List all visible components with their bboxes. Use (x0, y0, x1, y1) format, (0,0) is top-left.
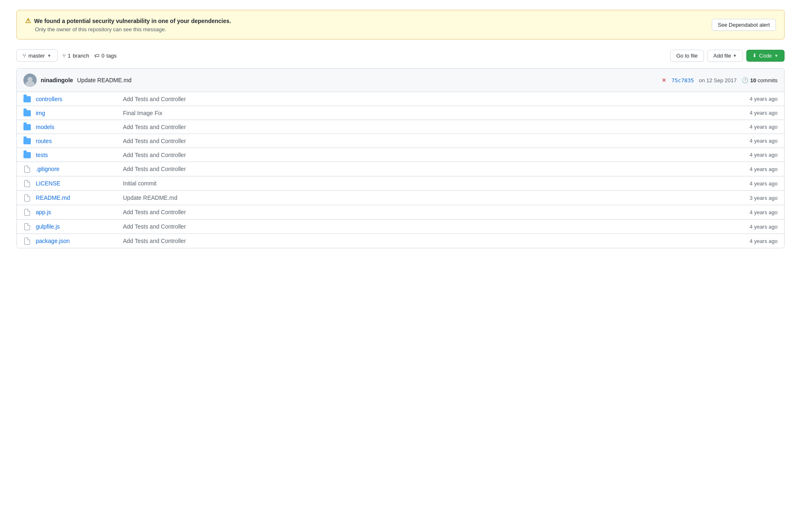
download-icon: ⬇ (752, 53, 757, 58)
file-age: 4 years ago (736, 138, 778, 144)
commit-hash-link[interactable]: 75c7835 (671, 77, 694, 83)
file-age: 4 years ago (736, 152, 778, 158)
file-commit-message: Add Tests and Controller (123, 96, 732, 102)
branch-count-link[interactable]: ⑂ 1 branch (63, 53, 89, 59)
security-title-text: We found a potential security vulnerabil… (34, 18, 231, 24)
file-commit-message: Add Tests and Controller (123, 209, 732, 215)
file-commit-message: Add Tests and Controller (123, 124, 732, 130)
file-commit-message-link[interactable]: Add Tests and Controller (123, 124, 186, 130)
add-file-button[interactable]: Add file ▼ (707, 50, 743, 62)
file-age: 3 years ago (736, 195, 778, 201)
add-file-chevron-icon: ▼ (733, 53, 737, 58)
file-commit-message: Final Image Fix (123, 110, 732, 116)
table-row: routesAdd Tests and Controller4 years ag… (17, 134, 784, 148)
table-row: .gitignoreAdd Tests and Controller4 year… (17, 162, 784, 176)
code-button[interactable]: ⬇ Code ▼ (746, 50, 785, 62)
branch-git-icon: ⑂ (23, 52, 26, 59)
file-commit-message-link[interactable]: Add Tests and Controller (123, 223, 186, 230)
file-age: 4 years ago (736, 180, 778, 187)
branch-word: branch (73, 53, 89, 59)
commit-count: 🕐 10 commits (742, 77, 778, 83)
commit-status-icon: ✕ (662, 77, 667, 83)
file-commit-message: Add Tests and Controller (123, 152, 732, 158)
file-name-link[interactable]: app.js (36, 209, 118, 215)
file-name-link[interactable]: gulpfile.js (36, 223, 118, 230)
table-row: modelsAdd Tests and Controller4 years ag… (17, 120, 784, 134)
security-banner-title: ⚠ We found a potential security vulnerab… (25, 17, 231, 25)
file-icon (23, 180, 31, 187)
file-age: 4 years ago (736, 166, 778, 172)
table-row: README.mdUpdate README.md3 years ago (17, 191, 784, 205)
folder-icon (23, 123, 31, 130)
file-commit-message: Add Tests and Controller (123, 223, 732, 230)
commit-count-link[interactable]: 10 commits (750, 77, 778, 83)
file-age: 4 years ago (736, 96, 778, 102)
commit-author-link[interactable]: ninadingole (41, 77, 73, 83)
file-age: 4 years ago (736, 124, 778, 130)
file-commit-message-link[interactable]: Add Tests and Controller (123, 96, 186, 102)
chevron-down-icon: ▼ (47, 53, 51, 58)
file-commit-message-link[interactable]: Add Tests and Controller (123, 166, 186, 172)
file-commit-message-link[interactable]: Add Tests and Controller (123, 138, 186, 144)
table-row: testsAdd Tests and Controller4 years ago (17, 148, 784, 162)
security-banner: ⚠ We found a potential security vulnerab… (16, 10, 785, 39)
goto-file-button[interactable]: Go to file (670, 50, 704, 62)
security-banner-subtitle: Only the owner of this repository can se… (35, 26, 231, 32)
code-label: Code (759, 53, 772, 59)
tag-count: 0 (102, 53, 104, 59)
branch-label: master (28, 53, 45, 59)
file-age: 4 years ago (736, 209, 778, 215)
folder-icon (23, 109, 31, 116)
file-name-link[interactable]: models (36, 124, 118, 130)
file-commit-message: Add Tests and Controller (123, 238, 732, 244)
file-commit-message-link[interactable]: Update README.md (123, 194, 177, 201)
commit-date: on 12 Sep 2017 (699, 77, 737, 83)
file-age: 4 years ago (736, 224, 778, 230)
add-file-label: Add file (713, 53, 731, 59)
commits-number: 10 (750, 77, 756, 83)
dependabot-button[interactable]: See Dependabot alert (712, 19, 776, 31)
branch-git-icon-small: ⑂ (63, 53, 66, 59)
folder-icon (23, 137, 31, 144)
file-icon (23, 165, 31, 173)
file-commit-message-link[interactable]: Add Tests and Controller (123, 209, 186, 215)
file-table: ninadingole Update README.md ✕ 75c7835 o… (16, 68, 785, 248)
branch-selector-button[interactable]: ⑂ master ▼ (16, 49, 58, 62)
file-commit-message: Initial commit (123, 180, 732, 187)
table-row: package.jsonAdd Tests and Controller4 ye… (17, 234, 784, 248)
file-age: 4 years ago (736, 238, 778, 244)
warning-icon: ⚠ (25, 17, 31, 25)
file-commit-message-link[interactable]: Add Tests and Controller (123, 152, 186, 158)
folder-icon (23, 95, 31, 102)
file-name-link[interactable]: routes (36, 138, 118, 144)
commits-word: commits (758, 77, 778, 83)
file-name-link[interactable]: LICENSE (36, 180, 118, 187)
file-commit-message: Update README.md (123, 194, 732, 201)
file-commit-message-link[interactable]: Initial commit (123, 180, 157, 187)
file-age: 4 years ago (736, 110, 778, 116)
table-row: imgFinal Image Fix4 years ago (17, 106, 784, 120)
code-chevron-icon: ▼ (774, 53, 778, 58)
table-row: controllersAdd Tests and Controller4 yea… (17, 92, 784, 106)
file-name-link[interactable]: package.json (36, 238, 118, 244)
toolbar-right: Go to file Add file ▼ ⬇ Code ▼ (670, 50, 785, 62)
toolbar: ⑂ master ▼ ⑂ 1 branch 🏷 0 tags Go to fil… (16, 49, 785, 62)
table-row: LICENSEInitial commit4 years ago (17, 176, 784, 191)
file-icon (23, 208, 31, 216)
tag-count-link[interactable]: 🏷 0 tags (94, 53, 117, 59)
file-commit-message-link[interactable]: Add Tests and Controller (123, 238, 186, 244)
table-row: gulpfile.jsAdd Tests and Controller4 yea… (17, 220, 784, 234)
folder-icon (23, 151, 31, 158)
commit-row-right: ✕ 75c7835 on 12 Sep 2017 🕐 10 commits (662, 77, 778, 83)
security-banner-content: ⚠ We found a potential security vulnerab… (25, 17, 231, 32)
commit-header-row: ninadingole Update README.md ✕ 75c7835 o… (17, 69, 784, 92)
file-name-link[interactable]: controllers (36, 96, 118, 102)
file-name-link[interactable]: README.md (36, 194, 118, 201)
commit-message-link[interactable]: Update README.md (77, 77, 132, 83)
file-name-link[interactable]: tests (36, 152, 118, 158)
avatar (23, 74, 37, 87)
file-name-link[interactable]: img (36, 110, 118, 116)
file-commit-message-link[interactable]: Final Image Fix (123, 110, 162, 116)
file-name-link[interactable]: .gitignore (36, 166, 118, 172)
file-icon (23, 223, 31, 230)
